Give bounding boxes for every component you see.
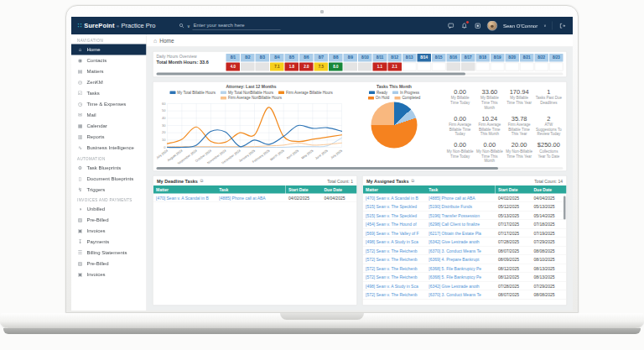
table-row[interactable]: [572] Sean v. The Reichenb[6368] 5. File… (363, 264, 567, 273)
user-menu-chevron-icon[interactable]: ∨ (543, 24, 546, 28)
sidebar-item-invoices[interactable]: ▣Invoices (71, 269, 147, 280)
task-link[interactable]: [4885] Phone call at ABA (216, 194, 286, 202)
day-cell-8-2[interactable]: 8/2 (241, 54, 255, 71)
table-row[interactable]: [572] Sean v. The Reichenb[6370] 3. Cond… (363, 290, 567, 300)
task-link[interactable]: [6370] 3. Conduct Means Te (426, 246, 496, 255)
table-row[interactable]: [498] Sean v. A Study in Sca[6342] Give … (363, 281, 567, 290)
sidebar-item-document-blueprints[interactable]: ▯Document Blueprints (71, 173, 147, 184)
search-input[interactable] (193, 22, 281, 30)
matter-link[interactable]: [572] Sean v. The Reichenb (363, 273, 426, 282)
table-row[interactable]: [572] Sean v. The Reichenb[6370] 3. Cond… (363, 246, 567, 255)
table-row[interactable]: [470] Sean v. A Scandal in B[4885] Phone… (363, 194, 567, 202)
sidebar-item-home[interactable]: ⌂Home (71, 44, 147, 55)
charts-scrollbar[interactable] (157, 167, 564, 170)
table-row[interactable]: [572] Sean v. The Reichenb[6368] 5. File… (363, 273, 567, 282)
matter-link[interactable]: [515] Sean v. The Speckled (363, 211, 426, 220)
matter-link[interactable]: [470] Sean v. A Scandal in B (153, 194, 216, 202)
sidebar-item-invoices[interactable]: ▣Invoices (71, 226, 147, 237)
sidebar-item-mail[interactable]: ✉Mail (71, 110, 147, 121)
table-row[interactable]: [498] Sean v. A Study in Sca[6342] Give … (363, 238, 567, 247)
day-cell-8-5[interactable]: 8/51.8 (285, 54, 299, 71)
day-cell-8-23[interactable]: 8/23 (549, 54, 564, 71)
task-link[interactable]: [6368] 5. File Bankruptcy Pe (426, 273, 496, 282)
sidebar-item-billing-statements[interactable]: ☰Billing Statements (71, 248, 147, 259)
table-row[interactable]: [572] Sean v. The Reichenb[6369] 4. Prep… (363, 255, 567, 264)
day-cell-8-19[interactable]: 8/19 (491, 54, 505, 71)
table-row[interactable]: [515] Sean v. The Speckled[5196] Transfe… (363, 211, 567, 220)
feedback-chat-icon[interactable] (447, 22, 454, 29)
day-cell-8-13[interactable]: 8/13 (402, 54, 417, 71)
column-header-due-date[interactable]: Due Date (531, 185, 567, 194)
sidebar-item-pre-billed[interactable]: ▧Pre-Billed (71, 215, 147, 226)
logout-icon[interactable] (558, 22, 566, 29)
task-link[interactable]: [5196] Transfer Possession (426, 211, 496, 220)
column-header-start-date[interactable]: Start Date (285, 185, 321, 194)
task-link[interactable]: [6369] 4. Prepare Bankrupt (426, 255, 496, 264)
table-row[interactable]: [569] Sean v. The Valley of F[6217] Obta… (363, 228, 567, 238)
daily-hours-scrollbar[interactable] (157, 73, 564, 76)
matter-link[interactable]: [454] Sean v. The Hound of (363, 220, 426, 229)
task-link[interactable]: [4885] Phone call at ABA (426, 194, 496, 202)
matter-link[interactable]: [572] Sean v. The Reichenb (363, 255, 426, 264)
sidebar-item-tasks[interactable]: ☑Tasks (71, 88, 147, 99)
matter-link[interactable]: [569] Sean v. The Valley of F (363, 228, 426, 238)
day-cell-8-4[interactable]: 8/47.1 (270, 54, 284, 71)
day-cell-8-12[interactable]: 8/122.1 (387, 54, 402, 71)
scrollbar-thumb[interactable] (157, 73, 466, 76)
table-row[interactable]: [515] Sean v. The Speckled[5190] Distrib… (363, 202, 567, 212)
matter-link[interactable]: [572] Sean v. The Reichenb (363, 246, 426, 255)
day-cell-8-3[interactable]: 8/3 (256, 54, 270, 71)
task-link[interactable]: [5190] Distribute Funds (426, 202, 496, 212)
column-header-due-date[interactable]: Due Date (321, 185, 357, 194)
day-cell-8-18[interactable]: 8/18 (475, 54, 490, 71)
assigned-tasks-scrollbar[interactable] (564, 196, 566, 220)
sidebar-item-matters[interactable]: ▤Matters (71, 66, 147, 77)
sidebar-item-reports[interactable]: ▥Reports (71, 132, 147, 143)
scrollbar-thumb[interactable] (157, 167, 498, 170)
column-header-task[interactable]: Task (216, 185, 286, 194)
notifications-bell-icon[interactable] (460, 22, 468, 29)
task-link[interactable]: [6368] 5. File Bankruptcy Pe (426, 264, 496, 273)
matter-link[interactable]: [572] Sean v. The Reichenb (363, 264, 426, 273)
matter-link[interactable]: [498] Sean v. A Study in Sca (363, 281, 426, 290)
column-header-matter[interactable]: Matter (153, 185, 216, 194)
brand-logo[interactable]: ∷ SurePoint ® Practice Pro (78, 22, 155, 29)
day-cell-8-10[interactable]: 8/10 (358, 54, 372, 71)
task-link[interactable]: [6217] Obtain the Estate Pla (426, 228, 496, 238)
task-link[interactable]: [6298] Call Client to finalize (426, 220, 496, 229)
day-cell-8-11[interactable]: 8/111.1 (373, 54, 387, 71)
day-cell-8-8[interactable]: 8/88.0 (329, 54, 343, 71)
sidebar-item-business-intelligence[interactable]: ∿Business Intelligence (71, 143, 147, 154)
table-row[interactable]: [470] Sean v. A Scandal in B[4885] Phone… (153, 194, 357, 202)
table-row[interactable]: [454] Sean v. The Hound of[6298] Call Cl… (363, 220, 567, 229)
open-in-new-icon[interactable]: ⧉ (411, 179, 414, 184)
column-header-start-date[interactable]: Start Date (495, 185, 531, 194)
breadcrumb-label[interactable]: Home (159, 38, 174, 44)
day-cell-8-9[interactable]: 8/9 (344, 54, 358, 71)
sidebar-item-payments[interactable]: ↧Payments (71, 237, 147, 248)
task-link[interactable]: [6342] Give Lestrade anoth (426, 238, 496, 247)
day-cell-8-1[interactable]: 8/14.0 (226, 54, 241, 71)
apps-icon[interactable] (474, 22, 481, 29)
matter-link[interactable]: [470] Sean v. A Scandal in B (363, 194, 426, 202)
sidebar-item-triggers[interactable]: ↯Triggers (71, 184, 147, 195)
sidebar-item-contacts[interactable]: ◉Contacts (71, 55, 147, 66)
day-cell-8-15[interactable]: 8/15 (432, 54, 446, 71)
matter-link[interactable]: [572] Sean v. The Reichenb (363, 290, 426, 300)
matter-link[interactable]: [498] Sean v. A Study in Sca (363, 238, 426, 247)
sidebar-item-calendar[interactable]: ▦Calendar (71, 121, 147, 132)
task-link[interactable]: [6342] Give Lestrade anoth (426, 281, 496, 290)
column-header-task[interactable]: Task (426, 185, 496, 194)
sidebar-item-task-blueprints[interactable]: ⚙Task Blueprints (71, 162, 147, 173)
day-cell-8-14[interactable]: 8/14 (417, 54, 431, 71)
day-cell-8-20[interactable]: 8/20 (505, 54, 519, 71)
column-header-matter[interactable]: Matter (363, 185, 426, 194)
day-cell-8-16[interactable]: 8/16 (446, 54, 460, 71)
day-cell-8-22[interactable]: 8/22 (534, 54, 548, 71)
sidebar-item-pre-billed[interactable]: ▧Pre-Billed (71, 259, 147, 269)
sidebar-item-time-expenses[interactable]: ◷Time & Expenses (71, 99, 147, 110)
search-scope-chevron-icon[interactable]: ∨ (187, 24, 190, 29)
open-in-new-icon[interactable]: ⧉ (200, 179, 204, 184)
day-cell-8-7[interactable]: 8/77.5 (314, 54, 329, 71)
matter-link[interactable]: [515] Sean v. The Speckled (363, 202, 426, 212)
